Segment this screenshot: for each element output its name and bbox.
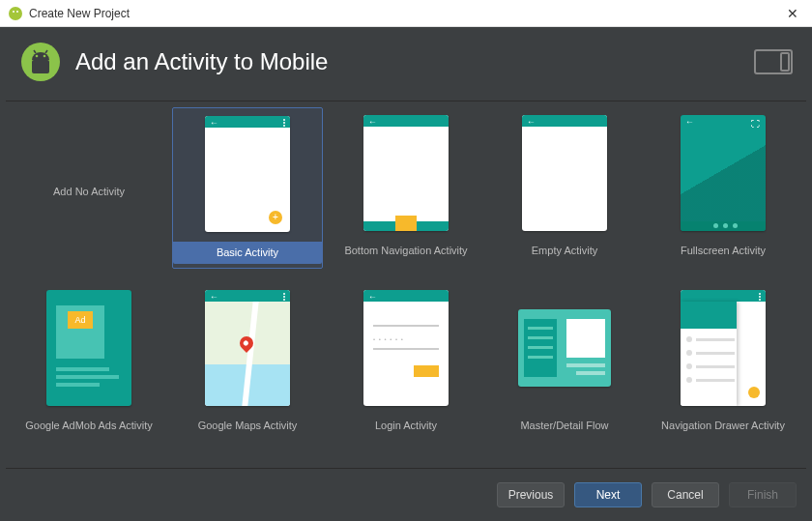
template-empty-activity[interactable]: ← Empty Activity (489, 107, 640, 269)
thumbnail-empty: ← (522, 115, 607, 231)
template-gallery: Add No Activity ← + Basic Activity ← Bot… (6, 101, 806, 469)
ad-badge: Ad (68, 311, 93, 329)
svg-point-5 (36, 55, 39, 58)
titlebar: Create New Project ✕ (0, 0, 812, 27)
template-bottom-navigation[interactable]: ← Bottom Navigation Activity (331, 107, 481, 269)
thumbnail-admob: Ad (46, 290, 131, 406)
template-master-detail-flow[interactable]: Master/Detail Flow (489, 282, 640, 439)
previous-button[interactable]: Previous (497, 482, 565, 507)
template-label: Bottom Navigation Activity (344, 245, 467, 260)
android-studio-icon (8, 6, 29, 21)
fab-icon (748, 387, 760, 398)
template-label: Basic Activity (173, 242, 322, 264)
thumbnail-navdrawer (681, 290, 766, 406)
template-label: Google Maps Activity (198, 420, 298, 435)
back-arrow-icon: ← (368, 292, 377, 302)
next-button[interactable]: Next (574, 482, 642, 507)
svg-point-0 (9, 7, 22, 20)
back-arrow-icon: ← (527, 117, 536, 127)
template-fullscreen-activity[interactable]: ← ⛶ Fullscreen Activity (648, 107, 798, 269)
template-label: Add No Activity (53, 186, 125, 201)
dialog-window: Create New Project ✕ Add an Activity to … (0, 0, 812, 521)
svg-point-1 (13, 11, 14, 13)
template-label: Master/Detail Flow (520, 420, 608, 435)
template-login-activity[interactable]: ← • • • • • • Login Activity (331, 282, 481, 439)
overflow-icon (759, 293, 761, 301)
template-navigation-drawer-activity[interactable]: Navigation Drawer Activity (648, 282, 798, 439)
window-title: Create New Project (29, 7, 781, 20)
svg-rect-4 (32, 60, 49, 73)
template-admob-activity[interactable]: Ad Google AdMob Ads Activity (14, 282, 164, 439)
thumbnail-bottomnav: ← (363, 115, 449, 231)
template-google-maps-activity[interactable]: ← Google Maps Activity (172, 282, 323, 439)
template-label: Fullscreen Activity (681, 245, 766, 260)
android-logo-icon (19, 41, 62, 83)
thumbnail-maps: ← (205, 290, 290, 406)
svg-rect-10 (781, 53, 789, 71)
overflow-icon (283, 119, 285, 127)
wizard-footer: Previous Next Cancel Finish (0, 469, 812, 521)
template-label: Google AdMob Ads Activity (25, 420, 152, 435)
template-label: Navigation Drawer Activity (661, 420, 785, 435)
back-arrow-icon: ← (210, 118, 218, 128)
thumbnail-master-detail (518, 309, 611, 387)
device-form-factor-icon (754, 49, 793, 74)
cancel-button[interactable]: Cancel (652, 482, 719, 507)
wizard-header: Add an Activity to Mobile (0, 27, 812, 101)
template-label: Login Activity (375, 420, 437, 435)
close-icon[interactable]: ✕ (781, 6, 804, 21)
template-basic-activity[interactable]: ← + Basic Activity (172, 107, 323, 269)
thumbnail-fullscreen: ← ⛶ (681, 115, 766, 231)
back-arrow-icon: ← (368, 117, 377, 127)
thumbnail-basic: ← + (205, 116, 290, 232)
template-add-no-activity[interactable]: Add No Activity (14, 107, 164, 269)
svg-point-6 (44, 55, 46, 58)
back-arrow-icon: ← (210, 292, 218, 302)
template-label: Empty Activity (532, 245, 597, 260)
overflow-icon (283, 293, 285, 301)
svg-point-2 (16, 11, 18, 13)
fab-icon: + (269, 211, 282, 224)
finish-button[interactable]: Finish (729, 482, 797, 507)
page-title: Add an Activity to Mobile (75, 48, 754, 75)
thumbnail-login: ← • • • • • • (363, 290, 449, 406)
